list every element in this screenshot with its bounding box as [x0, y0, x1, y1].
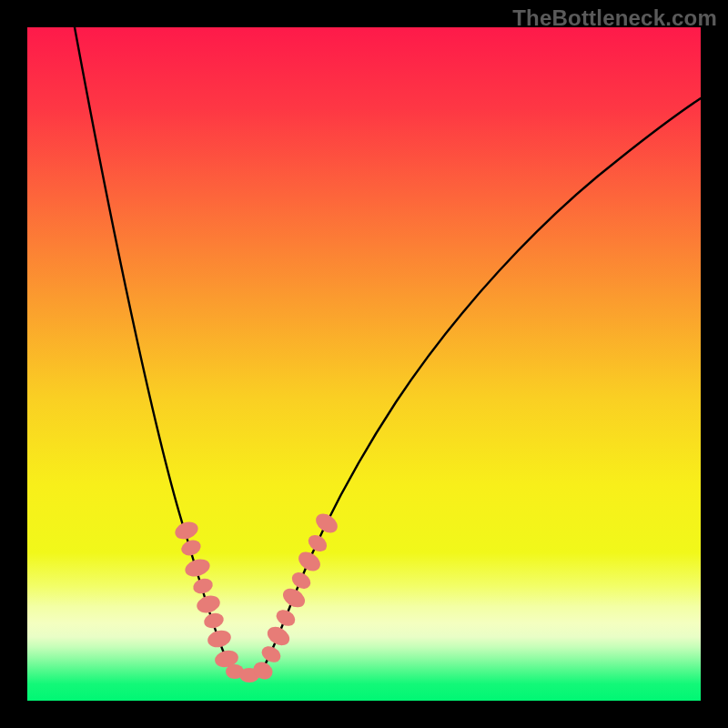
marker-bead — [264, 623, 293, 650]
chart-frame — [27, 27, 701, 701]
marker-bead — [195, 593, 222, 615]
marker-bead — [173, 519, 201, 542]
marker-bead — [259, 643, 284, 665]
marker-bead — [305, 531, 329, 555]
marker-bead — [202, 611, 226, 630]
marker-bead — [273, 607, 298, 630]
marker-bead — [312, 510, 341, 537]
watermark-text: TheBottleneck.com — [512, 5, 717, 31]
marker-bead — [183, 556, 212, 580]
chart-markers — [27, 27, 701, 701]
marker-bead — [206, 628, 233, 650]
marker-bead — [179, 538, 203, 559]
marker-bead — [288, 569, 313, 592]
marker-bead — [295, 548, 324, 574]
marker-bead — [191, 576, 215, 596]
